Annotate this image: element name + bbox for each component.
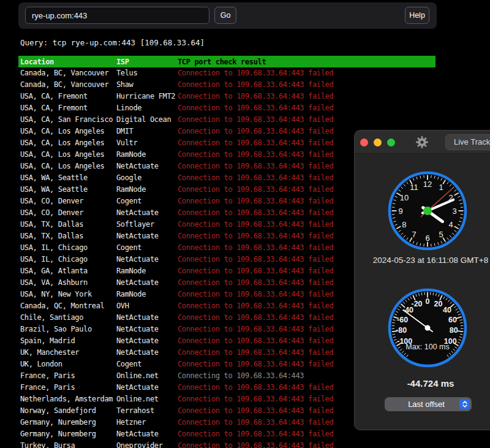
table-header: Location ISP TCP port check result bbox=[18, 56, 435, 67]
location-cell: USA, CO, Denver bbox=[20, 196, 116, 207]
location-cell: USA, IL, Chicago bbox=[20, 242, 116, 254]
result-cell: Connection to 109.68.33.64:443 failed bbox=[178, 79, 490, 91]
go-button[interactable]: Go bbox=[214, 7, 236, 24]
close-button[interactable] bbox=[360, 139, 368, 146]
svg-text:11: 11 bbox=[410, 183, 418, 192]
isp-cell: RamNode bbox=[116, 184, 178, 196]
isp-cell: OVH bbox=[116, 300, 178, 312]
svg-text:Max: 100 ms: Max: 100 ms bbox=[405, 343, 450, 351]
location-cell: Netherlands, Amsterdam bbox=[20, 393, 116, 405]
location-cell: Spain, Madrid bbox=[20, 335, 116, 347]
svg-text:9: 9 bbox=[398, 207, 402, 216]
zoom-button[interactable] bbox=[387, 139, 395, 146]
isp-cell: Google bbox=[116, 172, 178, 184]
location-cell: USA, NY, New York bbox=[20, 289, 116, 300]
header-result: TCP port check result bbox=[178, 58, 435, 66]
clock-timestamp: 2024-05-23 at 16:11:08 GMT+8 bbox=[355, 256, 490, 265]
svg-text:60: 60 bbox=[448, 316, 457, 324]
table-row: USA, CA, San FranciscoDigital OceanConne… bbox=[20, 114, 490, 126]
location-cell: USA, CA, Los Angeles bbox=[20, 161, 116, 172]
stepper-chevrons-icon[interactable] bbox=[459, 399, 470, 409]
location-cell: Canada, BC, Vancouver bbox=[20, 79, 116, 91]
svg-text:0: 0 bbox=[426, 297, 430, 306]
svg-text:40: 40 bbox=[443, 306, 451, 314]
svg-text:80: 80 bbox=[450, 326, 458, 335]
location-cell: USA, CA, Los Angeles bbox=[20, 137, 116, 149]
result-cell: Connection to 109.68.33.64:443 failed bbox=[178, 91, 490, 102]
isp-cell: NetActuate bbox=[116, 277, 178, 289]
minimize-button[interactable] bbox=[374, 139, 382, 146]
svg-text:-60: -60 bbox=[397, 316, 408, 324]
table-row: Turkey, BursaOneproviderConnection to 10… bbox=[20, 440, 490, 448]
svg-text:4: 4 bbox=[448, 220, 453, 229]
metric-select-value: Last offset bbox=[385, 400, 459, 409]
svg-text:-20: -20 bbox=[411, 300, 422, 308]
metric-select[interactable]: Last offset bbox=[385, 397, 472, 411]
isp-cell: RamNode bbox=[116, 265, 178, 277]
isp-cell: Online.net bbox=[116, 370, 178, 382]
location-cell: USA, CO, Denver bbox=[20, 207, 116, 219]
settings-gear-icon[interactable] bbox=[415, 135, 429, 149]
isp-cell: Softlayer bbox=[116, 219, 178, 230]
svg-text:5: 5 bbox=[439, 230, 443, 239]
isp-cell: NetActuate bbox=[116, 230, 178, 242]
svg-text:-80: -80 bbox=[396, 326, 407, 335]
isp-cell: NetActuate bbox=[116, 324, 178, 335]
location-cell: Germany, Nuremberg bbox=[20, 417, 116, 428]
isp-cell: Cogent bbox=[116, 242, 178, 254]
isp-cell: RamNode bbox=[116, 149, 178, 161]
isp-cell: Linode bbox=[116, 102, 178, 114]
table-row: Canada, BC, VancouverTelusConnection to … bbox=[20, 67, 490, 79]
location-cell: Canada, QC, Montreal bbox=[20, 300, 116, 312]
isp-cell: Oneprovider bbox=[116, 440, 178, 448]
svg-text:8: 8 bbox=[402, 220, 406, 229]
isp-cell: Cogent bbox=[116, 359, 178, 370]
header-location: Location bbox=[20, 58, 116, 66]
isp-cell: NetActuate bbox=[116, 382, 178, 393]
location-cell: USA, TX, Dallas bbox=[20, 230, 116, 242]
window-titlebar[interactable]: Live Track bbox=[355, 131, 490, 154]
svg-text:7: 7 bbox=[412, 230, 416, 239]
isp-cell: NetActuate bbox=[116, 207, 178, 219]
offset-gauge: -100-80-60-40-20020406080100Max: 100 ms bbox=[385, 285, 470, 371]
table-row: USA, CA, FremontLinodeConnection to 109.… bbox=[20, 102, 490, 114]
location-cell: Turkey, Bursa bbox=[20, 440, 116, 448]
svg-text:1: 1 bbox=[439, 183, 443, 192]
isp-cell: Digital Ocean bbox=[116, 114, 178, 126]
isp-cell: NetActuate bbox=[116, 347, 178, 359]
location-cell: USA, CA, Fremont bbox=[20, 91, 116, 102]
isp-cell: Shaw bbox=[116, 79, 178, 91]
result-cell: Connection to 109.68.33.64:443 failed bbox=[178, 102, 490, 114]
location-cell: USA, WA, Seattle bbox=[20, 184, 116, 196]
location-cell: UK, Manchester bbox=[20, 347, 116, 359]
location-cell: UK, London bbox=[20, 359, 116, 370]
location-cell: Norway, Sandefjord bbox=[20, 405, 116, 417]
query-summary: Query: tcp rye-up.com:443 [109.68.33.64] bbox=[20, 38, 205, 47]
location-cell: USA, IL, Chicago bbox=[20, 254, 116, 265]
isp-cell: NetActuate bbox=[116, 335, 178, 347]
isp-cell: Terrahost bbox=[116, 405, 178, 417]
location-cell: Brazil, Sao Paulo bbox=[20, 324, 116, 335]
host-port-input[interactable] bbox=[25, 7, 209, 24]
location-cell: USA, GA, Atlanta bbox=[20, 265, 116, 277]
isp-cell: NetActuate bbox=[116, 254, 178, 265]
location-cell: USA, CA, Los Angeles bbox=[20, 126, 116, 137]
svg-text:20: 20 bbox=[434, 300, 443, 308]
isp-cell: DMIT bbox=[116, 126, 178, 137]
help-button[interactable]: Help bbox=[405, 7, 429, 24]
isp-cell: NetActuate bbox=[116, 428, 178, 440]
svg-text:6: 6 bbox=[425, 233, 429, 243]
location-cell: USA, TX, Dallas bbox=[20, 219, 116, 230]
result-cell: Connection to 109.68.33.64:443 failed bbox=[178, 440, 490, 448]
offset-value: -44.724 ms bbox=[355, 378, 490, 389]
live-track-window: Live Track 123456789101112 2024-05-23 at… bbox=[354, 130, 490, 430]
location-cell: USA, CA, San Francisco bbox=[20, 114, 116, 126]
location-cell: USA, CA, Fremont bbox=[20, 102, 116, 114]
location-cell: USA, WA, Seattle bbox=[20, 172, 116, 184]
isp-cell: Cogent bbox=[116, 196, 178, 207]
location-cell: USA, VA, Ashburn bbox=[20, 277, 116, 289]
table-row: USA, CA, FremontHurricane FMT2Connection… bbox=[20, 91, 490, 102]
live-track-tab[interactable]: Live Track bbox=[445, 134, 490, 150]
isp-cell: RamNode bbox=[116, 289, 178, 300]
location-cell: USA, CA, Los Angeles bbox=[20, 149, 116, 161]
